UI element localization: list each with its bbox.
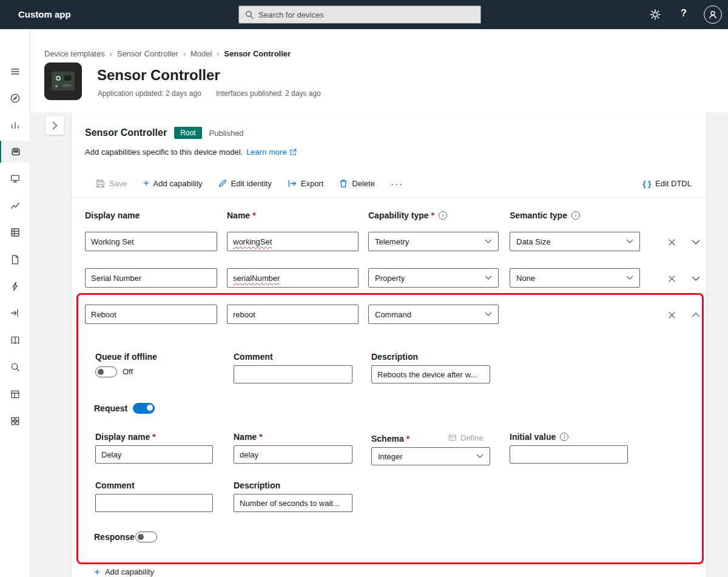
save-icon	[96, 179, 105, 188]
person-icon	[707, 9, 718, 20]
chevron-down-icon	[485, 275, 492, 280]
toggle-knob	[98, 369, 104, 375]
help-button[interactable]: ?	[681, 8, 687, 19]
sidebar-item-rules[interactable]	[0, 275, 30, 297]
top-bar: Custom app Search for devices ?	[0, 0, 728, 29]
edit-identity-button[interactable]: Edit identity	[218, 179, 272, 188]
sidebar-item-data-export[interactable]	[0, 302, 30, 324]
remove-capability-button[interactable]	[666, 274, 677, 283]
export-button[interactable]: Export	[288, 179, 324, 188]
breadcrumb-device-templates[interactable]: Device templates	[44, 49, 105, 58]
sidebar-item-search[interactable]	[0, 356, 30, 378]
name-input[interactable]: reboot	[227, 305, 359, 324]
search-placeholder: Search for devices	[258, 10, 324, 19]
semantic-type-select[interactable]: None	[510, 268, 640, 288]
account-avatar-button[interactable]	[704, 5, 722, 24]
semantic-type-select[interactable]: Data Size	[510, 232, 640, 251]
export-arrow-icon	[10, 308, 21, 319]
learn-more-link[interactable]: Learn more	[246, 147, 296, 157]
add-capability-bottom-button[interactable]: + Add capability	[94, 567, 154, 576]
save-button[interactable]: Save	[96, 179, 127, 188]
request-display-name-label: Display name*	[95, 432, 156, 442]
display-name-input[interactable]: Serial Number	[85, 268, 217, 288]
expand-capability-button[interactable]	[690, 275, 701, 282]
chevron-down-icon	[626, 239, 633, 244]
queue-state-text: Off	[123, 367, 133, 376]
capability-type-select[interactable]: Command	[368, 305, 499, 324]
request-comment-label: Comment	[95, 481, 135, 490]
application-updated-text: Application updated: 2 days ago	[98, 89, 201, 98]
device-template-chip-icon	[10, 146, 21, 157]
model-title-row: Sensor Controller Root Published	[85, 127, 244, 139]
display-name-input[interactable]: Working Set	[85, 232, 217, 251]
hamburger-menu-icon	[10, 66, 21, 77]
remove-capability-button[interactable]	[666, 310, 677, 320]
capability-row-reboot: Reboot reboot Command	[85, 305, 694, 324]
request-schema-select[interactable]: Integer	[371, 447, 490, 465]
request-description-label: Description	[234, 481, 280, 490]
compass-icon	[10, 93, 21, 104]
sidebar-item-jobs[interactable]	[0, 221, 30, 243]
breadcrumb-model[interactable]: Model	[190, 49, 212, 58]
pencil-icon	[218, 179, 227, 187]
define-button[interactable]: Define	[448, 433, 484, 442]
initial-value-label: Initial valuei	[510, 432, 568, 442]
comment-input[interactable]	[234, 365, 352, 383]
request-display-name-input[interactable]: Delay	[95, 445, 213, 464]
sidebar-item-audit-logs[interactable]	[0, 329, 30, 351]
column-display-name: Display name	[85, 211, 140, 220]
chevron-up-icon	[692, 312, 700, 318]
delete-button[interactable]: Delete	[339, 179, 375, 188]
display-name-input[interactable]: Reboot	[85, 305, 217, 324]
sidebar-item-administration[interactable]	[0, 410, 30, 432]
request-comment-input[interactable]	[95, 494, 213, 512]
capability-row-working-set: Working Set workingSet Telemetry Data Si…	[85, 232, 694, 251]
name-input[interactable]: serialNumber	[227, 268, 359, 288]
breadcrumb-sensor-controller[interactable]: Sensor Controller	[117, 49, 178, 58]
sidebar-item-files[interactable]	[0, 249, 30, 271]
close-icon	[668, 311, 676, 319]
description-input[interactable]: Reboots the device after w...	[371, 365, 490, 383]
more-commands-button[interactable]: ···	[391, 178, 403, 189]
remove-capability-button[interactable]	[666, 237, 677, 247]
capability-type-select[interactable]: Property	[368, 268, 499, 288]
queue-if-offline-toggle[interactable]	[95, 366, 117, 377]
response-toggle[interactable]	[135, 531, 157, 542]
name-input[interactable]: workingSet	[227, 232, 359, 251]
edit-dtdl-button[interactable]: { } Edit DTDL	[642, 179, 692, 188]
sidebar-item-menu[interactable]	[0, 61, 30, 83]
toggle-knob	[147, 405, 153, 411]
capability-type-select[interactable]: Telemetry	[368, 232, 499, 251]
expand-capability-button[interactable]	[690, 239, 701, 245]
request-toggle[interactable]	[133, 403, 155, 414]
breadcrumb-separator: ›	[183, 50, 186, 58]
device-image	[44, 62, 82, 100]
define-icon	[448, 434, 457, 442]
sidebar-item-edge-manifests[interactable]	[0, 383, 30, 405]
sidebar-item-data-explorer[interactable]	[0, 195, 30, 217]
line-chart-icon	[10, 200, 21, 211]
sidebar-item-devices[interactable]	[0, 167, 30, 189]
published-status: Published	[209, 129, 244, 138]
capabilities-toolbar: Save + Add capability Edit identity Expo…	[96, 175, 692, 192]
add-capability-button[interactable]: + Add capability	[143, 179, 203, 188]
tiles-icon	[10, 416, 21, 427]
request-name-input[interactable]: delay	[234, 445, 352, 464]
help-icon: ?	[681, 8, 687, 18]
device-search-input[interactable]: Search for devices	[238, 5, 481, 24]
request-description-input[interactable]: Number of seconds to wait...	[234, 494, 352, 512]
root-badge: Root	[174, 127, 201, 139]
chevron-right-icon	[52, 121, 58, 130]
sidebar-item-dashboard[interactable]	[0, 87, 30, 109]
settings-gear-button[interactable]	[649, 8, 661, 21]
expand-panel-button[interactable]	[46, 116, 64, 135]
capability-row-serial-number: Serial Number serialNumber Property None	[85, 268, 694, 288]
initial-value-input[interactable]	[510, 445, 628, 464]
sidebar-item-analytics[interactable]	[0, 114, 30, 136]
queue-if-offline-label: Queue if offline	[95, 352, 157, 362]
sidebar-item-device-templates[interactable]	[0, 141, 30, 163]
column-capability-type: Capability type*i	[368, 211, 447, 220]
chevron-down-icon	[692, 276, 700, 282]
collapse-capability-button[interactable]	[690, 312, 701, 318]
request-name-label: Name*	[234, 432, 263, 442]
